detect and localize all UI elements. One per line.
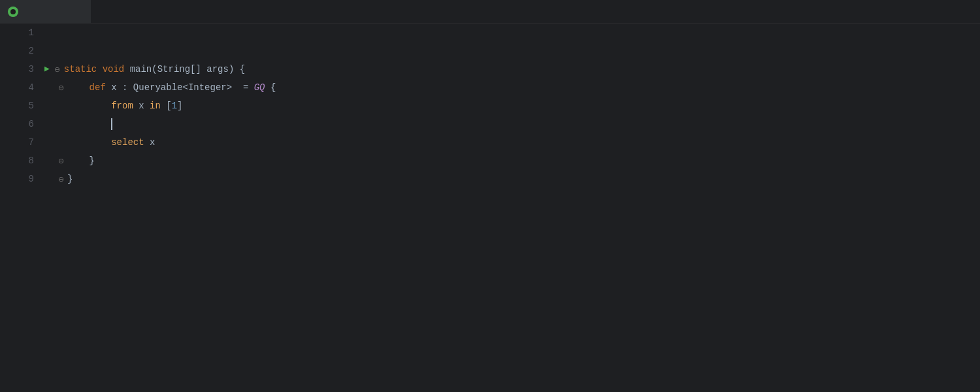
tab-close-button[interactable]: [80, 10, 83, 13]
token-identifier: x: [111, 78, 116, 97]
groovy-file-icon: [8, 7, 18, 17]
fold-icon-line-4[interactable]: ⊖: [56, 78, 66, 97]
token-punct: }: [67, 170, 73, 188]
code-line-7: select x: [44, 133, 980, 152]
token-punct: [: [161, 97, 172, 115]
token-identifier: main: [130, 60, 152, 78]
main-groovy-tab[interactable]: [0, 0, 91, 23]
token-punct: {: [265, 78, 276, 97]
line-number-4: 4: [29, 78, 34, 97]
line-number-6: 6: [29, 115, 34, 133]
line-number-5: 5: [29, 97, 34, 115]
code-line-5: from x in [1]: [44, 97, 980, 115]
token-kw-static: static: [64, 60, 103, 78]
token-punct: (: [152, 60, 157, 78]
code-content[interactable]: ▶⊖static void main(String[] args) {⊖ def…: [39, 24, 980, 392]
line-number-7: 7: [29, 133, 34, 152]
token-kw-in: in: [150, 97, 161, 115]
run-arrow-icon[interactable]: ▶: [44, 60, 50, 78]
code-line-4: ⊖ def x : Queryable<Integer> = GQ {: [44, 78, 980, 97]
text-cursor: [111, 118, 112, 130]
token-number: 1: [172, 97, 177, 115]
token-kw-select: select: [111, 133, 144, 152]
token-punct: <: [182, 78, 188, 97]
code-line-8: ⊖ }: [44, 152, 980, 170]
fold-icon-line-9[interactable]: ⊖: [56, 170, 66, 188]
fold-icon-line-3[interactable]: ⊖: [52, 60, 63, 78]
indent-8: [67, 152, 90, 170]
token-punct: ) {: [229, 60, 245, 78]
token-eq-sign: =: [232, 78, 254, 97]
token-param-name: args: [201, 60, 229, 78]
groovy-icon-inner: [10, 9, 16, 14]
token-identifier: x: [144, 133, 155, 152]
token-class-name: Queryable: [133, 78, 183, 97]
line-number-gutter: 123456789: [0, 24, 39, 392]
token-kw-void: void: [103, 60, 130, 78]
indent-6: [67, 115, 111, 133]
code-line-9: ⊖}: [44, 170, 980, 188]
token-punct: ]: [177, 97, 182, 115]
code-line-2: [44, 42, 980, 60]
tab-bar: [0, 0, 980, 24]
line-number-2: 2: [29, 42, 34, 60]
token-punct: >: [227, 78, 232, 97]
token-colon: :: [117, 78, 133, 97]
code-line-3: ▶⊖static void main(String[] args) {: [44, 60, 980, 78]
line-number-1: 1: [29, 24, 34, 42]
token-kw-def: def: [90, 78, 112, 97]
line-number-8: 8: [29, 152, 34, 170]
code-line-1: [44, 24, 980, 42]
indent-5: [67, 97, 111, 115]
line-number-3: 3: [29, 60, 34, 78]
token-class-name: String: [157, 60, 190, 78]
code-line-6: [44, 115, 980, 133]
indent-4: [67, 78, 90, 97]
token-punct: }: [90, 152, 95, 170]
token-class-name: Integer: [188, 78, 227, 97]
token-gq-italic: GQ: [254, 78, 265, 97]
code-editor: 123456789 ▶⊖static void main(String[] ar…: [0, 24, 980, 392]
line-number-9: 9: [29, 170, 34, 188]
indent-7: [67, 133, 111, 152]
token-bracket: []: [190, 60, 201, 78]
fold-icon-line-8[interactable]: ⊖: [56, 152, 66, 170]
token-identifier: x: [133, 97, 150, 115]
token-kw-from: from: [111, 97, 133, 115]
